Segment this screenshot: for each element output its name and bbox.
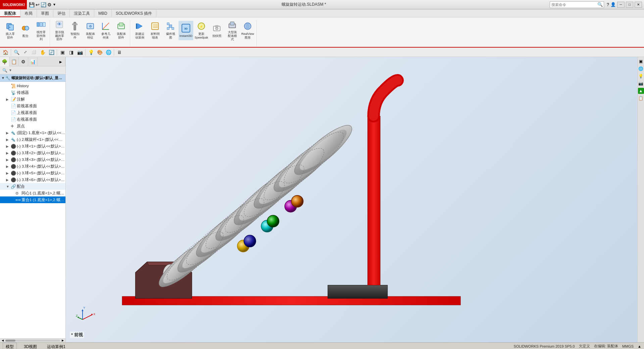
tab-layout[interactable]: 布局 [20,9,37,17]
tree-item-annotations[interactable]: ▶ 📝 注解 [0,96,65,103]
help-icon[interactable]: ? [607,2,609,7]
search-submit-button[interactable]: 🔍 [597,2,604,8]
minimize-button[interactable]: ─ [617,2,625,8]
panel-tab-tree[interactable]: 🌳 [0,57,9,66]
tree-item-right-plane[interactable]: 📄 右视基准面 [0,116,65,123]
display-pane-button[interactable]: 🖥 [115,49,123,56]
display-style-button[interactable]: ▣ [58,49,66,56]
tree-item-ball5[interactable]: ▶ ⚫ (-) 3.球<5> (默认<<默认>_显示状... [0,170,65,176]
tree-item-history[interactable]: 📜 History [0,82,65,89]
tree-item-concentric1[interactable]: ⊙ 同心1 (1.底座<1>,2.螺旋杆<1>... [0,190,65,196]
status-arrow[interactable]: ▲ [638,344,641,348]
rs-display-button[interactable]: ▣ [638,58,644,64]
statusbar-tab-model[interactable]: 模型 [3,343,17,349]
tree-item-mates[interactable]: ▼ 🔗 配合 [0,183,65,190]
tree-item-sensor[interactable]: 📡 传感器 [0,89,65,96]
panel-tab-config[interactable]: ⚙ [19,57,28,66]
ref-geometry-button[interactable]: 参考几何体 [98,21,113,40]
zoom-area-button[interactable]: 🔍 [12,49,20,56]
tree-item-ball1[interactable]: ▶ ⚫ (-) 3.球<1> (默认<<默认>_显示状... [0,143,65,150]
tree-item-front-plane[interactable]: 📄 前视基准面 [0,103,65,109]
snapshot-icon [212,23,221,34]
realview-button[interactable]: RealView图形 [240,21,255,40]
show-hide-label: 显示隐藏的零部件 [55,31,64,41]
snapshot-button[interactable]: 拍快照 [209,21,224,40]
search-input[interactable] [550,3,597,7]
panel-tab-property[interactable]: 📋 [9,57,19,66]
quick-undo-icon[interactable]: ↩ [36,2,40,7]
svg-rect-27 [167,23,169,25]
tab-assembly[interactable]: 装配体 [0,9,20,17]
tab-plugins[interactable]: SOLIDWORKS 插件 [112,9,157,17]
statusbar-tab-motion[interactable]: 运动算例1 [44,343,68,349]
bom-button[interactable]: 材料明细表 [148,21,162,40]
close-button[interactable]: ✕ [635,2,642,8]
tab-render[interactable]: 渲染工具 [70,9,94,17]
tree-item-coincident1[interactable]: ⟺ 重合1 (1.底座<1>,2.螺旋杆<1>... [0,196,65,203]
sub-assy-button[interactable]: 装配体部件 [114,21,129,40]
svg-point-51 [172,219,238,278]
rs-camera-button[interactable]: 📷 [638,80,644,86]
zoom-fit-button[interactable]: ⤢ [21,49,29,56]
zoom-sheet-button[interactable]: ⬜ [30,49,38,56]
scroll-thumb[interactable] [5,340,15,342]
scene-button[interactable]: 🌐 [104,49,112,56]
tree-item-ball2[interactable]: ▶ ⚫ (-) 3.球<2> (默认<<默认>_显示状... [0,150,65,156]
speedpak-button[interactable]: ⚡ 更新Speedpak [194,21,209,40]
panel-expand-arrow[interactable]: ▶ [56,57,65,66]
tree-item-base[interactable]: ▶ 🔩 (固定) 1.底座<1> (默认<<默认>_显... [0,129,65,136]
svg-point-50 [159,241,211,288]
section-view-button[interactable]: ◨ [67,49,75,56]
tab-mbd[interactable]: MBD [94,9,112,17]
quick-settings-icon[interactable]: ⚙ [47,2,52,7]
restore-button[interactable]: □ [626,2,633,8]
new-motion-button[interactable]: 新建运动算例 [132,21,147,40]
large-assy-button[interactable]: 大型装配体模式 [225,21,240,40]
instant3d-button[interactable]: 3D Instant3D [179,21,193,40]
panel-scrollbar[interactable]: ◀ ▶ [0,338,65,342]
explode-button[interactable]: 爆炸视图 [163,21,178,40]
explode-label: 爆炸视图 [166,32,175,40]
rs-lights-button[interactable]: 💡 [638,73,644,79]
panel-tree[interactable]: 📜 History 📡 传感器 ▶ 📝 注解 📄 前视基准面 📄 [0,82,65,338]
rotate-button[interactable]: 🔄 [47,49,55,56]
viewport[interactable]: X Y Z * 前视 [66,57,637,342]
rs-appearance-button[interactable]: ▲ [638,88,644,94]
filter-button[interactable]: 🔍 [1,67,8,73]
pan-button[interactable]: ✋ [39,49,47,56]
history-label: History [17,84,29,88]
search-box[interactable]: 🔍 [550,1,604,8]
mate-button[interactable]: 配合 [18,21,33,40]
quick-rebuild-icon[interactable]: 🔄 [41,2,46,7]
tree-item-origin[interactable]: ✛ 原点 [0,123,65,129]
tree-item-ball3[interactable]: ▶ ⚫ (-) 3.球<3> (默认<<默认>_显示状... [0,156,65,163]
camera-button[interactable]: 📷 [76,49,84,56]
svg-rect-36 [215,25,218,27]
origin-icon: ✛ [11,124,17,128]
scroll-track[interactable] [5,340,60,342]
lights-button[interactable]: 💡 [87,49,95,56]
tree-item-ball6[interactable]: ▶ ⚫ (-) 3.球<6> (默认<<默认>_显示状... [0,176,65,183]
user-icon[interactable]: 👤 [610,2,616,7]
tab-evaluate[interactable]: 评估 [53,9,70,17]
quick-save-icon[interactable]: 💾 [29,2,35,7]
tree-item-screw[interactable]: ▶ 🔩 (-) 2.螺旋杆<1> (默认<<默认>_显... [0,136,65,143]
scroll-right-button[interactable]: ▶ [61,339,65,342]
rs-scene-button[interactable]: 🌐 [638,66,644,72]
tab-sketch[interactable]: 草图 [37,9,53,17]
rs-prop-button[interactable]: 📋 [638,95,644,101]
home-view-button[interactable]: 🏠 [1,49,9,56]
linear-pattern-button[interactable]: 线性零部件阵列 [34,21,48,40]
tree-item-ball4[interactable]: ▶ ⚫ (-) 3.球<4> (默认<<默认>_显示状... [0,163,65,170]
quick-arrow-icon[interactable]: ▼ [53,3,56,6]
tree-root-item[interactable]: ▼ 🔧 螺旋旋转运动 (默认<默认_显示状态-1> [0,74,65,82]
assembly-feature-button[interactable]: ⚙ 装配体特征 [83,21,98,40]
appearance-button[interactable]: 🎨 [96,49,104,56]
tree-item-top-plane[interactable]: 📄 上视基准面 [0,109,65,116]
panel-tab-display[interactable]: 📊 [28,57,38,66]
statusbar-tab-3dview[interactable]: 3D视图 [21,343,40,349]
insert-component-button[interactable]: + 插入零部件 [3,21,17,40]
scroll-left-button[interactable]: ◀ [1,339,5,342]
show-hide-button[interactable]: 👁 显示隐藏的零部件 [52,21,67,40]
smart-fasteners-button[interactable]: 智能扣件 [67,21,82,40]
